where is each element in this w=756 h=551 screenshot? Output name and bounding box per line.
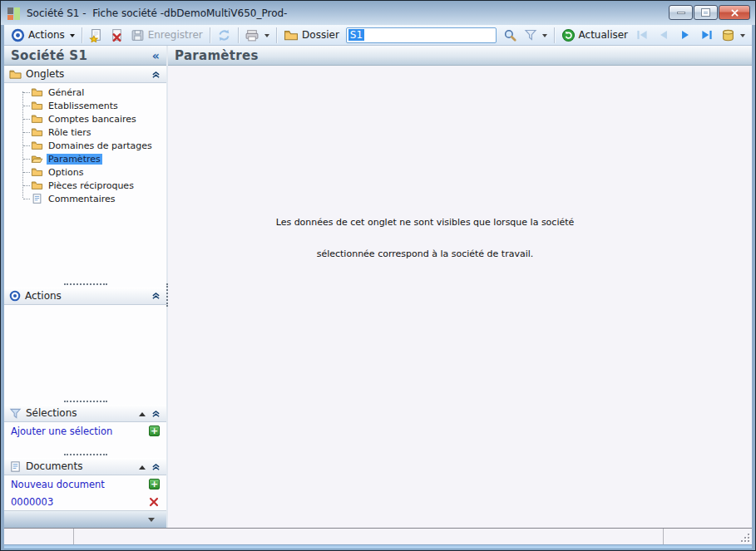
splitter-handle[interactable]	[4, 398, 166, 405]
splitter-handle-dots	[166, 283, 168, 307]
filter-funnel-icon	[524, 28, 537, 42]
add-selection-link[interactable]: Ajouter une sélection	[11, 426, 112, 437]
dossier-button[interactable]: Dossier	[280, 27, 343, 44]
sidebar-spacer	[4, 305, 166, 398]
nav-last-button[interactable]	[696, 26, 718, 44]
chevron-double-up-icon[interactable]	[151, 408, 161, 419]
sidebar-splitter[interactable]	[166, 46, 168, 528]
documents-section-header[interactable]: Documents	[4, 458, 166, 475]
tree-connector	[23, 172, 30, 173]
title-bar: Société S1 - Fiche société -dbDemoMultiV…	[1, 1, 755, 25]
restore-button[interactable]	[694, 5, 718, 20]
nav-first-button[interactable]	[631, 26, 653, 44]
page-title: Paramètres	[175, 48, 259, 63]
sidebar-item-label: Comptes bancaires	[47, 114, 138, 125]
folder-icon	[31, 126, 43, 138]
sidebar-item-comptes-bancaires[interactable]: Comptes bancaires	[4, 112, 166, 125]
bullseye-icon	[9, 290, 21, 302]
documents-section-label: Documents	[26, 460, 82, 472]
sidebar-item-parametres[interactable]: Paramètres	[4, 152, 166, 165]
splitter-handle[interactable]	[4, 281, 166, 288]
splitter-handle[interactable]	[4, 451, 166, 458]
close-icon	[730, 8, 739, 17]
folder-icon	[31, 180, 43, 191]
print-button[interactable]	[241, 27, 273, 44]
folder-icon	[31, 140, 43, 151]
status-cell-left	[4, 529, 74, 544]
collapse-up-icon[interactable]	[139, 462, 146, 470]
chevron-double-up-icon[interactable]	[151, 461, 161, 472]
close-button[interactable]	[719, 5, 750, 20]
sidebar-footer-bar[interactable]	[4, 510, 166, 528]
sidebar-item-etablissements[interactable]: Etablissements	[4, 99, 166, 112]
chevron-double-up-icon[interactable]	[151, 290, 161, 301]
sidebar-item-pieces-reciproques[interactable]: Pièces réciproques	[4, 179, 166, 192]
sidebar-item-domaines-de-partages[interactable]: Domaines de partages	[4, 139, 166, 152]
main-toolbar: Actions Enregistrer Dossier S1	[4, 25, 752, 46]
onglets-section-header[interactable]: Onglets	[4, 66, 166, 83]
refresh-button[interactable]	[214, 27, 235, 44]
sidebar-item-role-tiers[interactable]: Rôle tiers	[4, 125, 166, 139]
sidebar-item-general[interactable]: Général	[4, 86, 166, 99]
refresh-icon	[217, 28, 231, 42]
tree-connector	[23, 119, 30, 120]
nav-last-icon	[699, 27, 714, 42]
chevron-down-icon	[148, 518, 155, 525]
filter-button[interactable]	[521, 27, 551, 43]
sidebar-item-label: Etablissements	[47, 101, 120, 111]
folder-icon	[31, 113, 43, 125]
search-input-value: S1	[348, 29, 364, 41]
minimize-button[interactable]	[669, 5, 693, 20]
collapse-up-icon[interactable]	[139, 409, 146, 416]
status-bar	[4, 528, 752, 544]
selections-section-label: Sélections	[26, 407, 77, 419]
save-button-label: Enregistrer	[148, 29, 203, 41]
nav-previous-button[interactable]	[653, 26, 674, 44]
selections-section-header[interactable]: Sélections	[4, 405, 166, 422]
document-item-link[interactable]: 0000003	[11, 496, 53, 508]
tree-connector	[23, 185, 30, 186]
status-cell-right	[664, 529, 752, 544]
sidebar-spacer	[4, 440, 166, 451]
actualiser-refresh-icon	[561, 28, 576, 42]
search-button[interactable]	[500, 27, 521, 44]
window-body: Société S1 « Onglets Général	[4, 46, 752, 528]
resize-grip[interactable]	[740, 533, 749, 542]
info-message-line2: sélectionnée correspond à la société de …	[168, 248, 682, 259]
actions-section-label: Actions	[25, 290, 62, 302]
app-logo-icon	[7, 7, 21, 20]
sidebar-item-options[interactable]: Options	[4, 165, 166, 179]
main-header: Paramètres	[168, 46, 752, 66]
chevron-down-icon	[740, 34, 745, 40]
minimize-icon	[677, 12, 685, 14]
toolbar-separator	[210, 27, 210, 43]
database-button[interactable]	[718, 27, 749, 44]
add-selection-row: Ajouter une sélection +	[4, 422, 166, 440]
status-cell-main	[74, 529, 664, 544]
chevron-down-icon	[70, 34, 75, 40]
delete-record-button[interactable]	[106, 27, 127, 44]
actualiser-button-label: Actualiser	[579, 29, 629, 41]
new-document-plus-button[interactable]: +	[149, 479, 160, 490]
tree-connector	[23, 132, 30, 133]
save-icon	[131, 28, 145, 42]
nav-next-button[interactable]	[674, 26, 696, 44]
document-item-row: 0000003	[4, 493, 166, 510]
filter-funnel-icon	[9, 407, 22, 420]
sidebar-collapse-icon[interactable]: «	[152, 49, 160, 62]
search-icon	[503, 28, 517, 42]
add-selection-plus-button[interactable]: +	[149, 426, 160, 436]
sidebar-item-commentaires[interactable]: Commentaires	[4, 192, 166, 205]
actions-section-header[interactable]: Actions	[4, 288, 166, 305]
actions-menu-button[interactable]: Actions	[7, 27, 78, 44]
new-document-link[interactable]: Nouveau document	[11, 479, 105, 490]
delete-document-button[interactable]	[148, 495, 160, 508]
new-record-button[interactable]	[86, 27, 106, 44]
window-title: Société S1 - Fiche société -dbDemoMultiV…	[27, 7, 287, 19]
actualiser-button[interactable]: Actualiser	[558, 27, 632, 44]
save-button[interactable]: Enregistrer	[127, 27, 206, 44]
toolbar-separator	[238, 27, 239, 43]
search-input[interactable]: S1	[346, 27, 497, 43]
sidebar-item-label-selected: Paramètres	[47, 154, 102, 165]
chevron-double-up-icon[interactable]	[151, 69, 161, 80]
